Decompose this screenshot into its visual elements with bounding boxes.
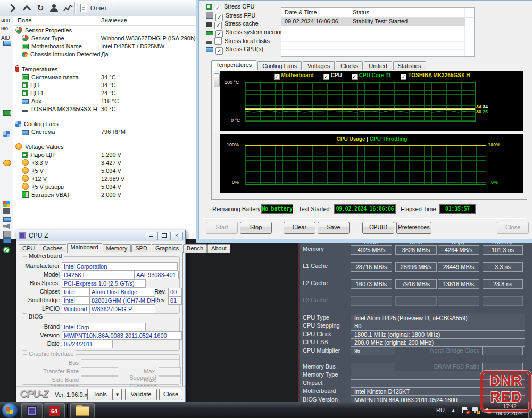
stress-option[interactable]: Stress local disks [206, 37, 270, 45]
start-button[interactable] [2, 403, 18, 418]
taskbar-cpuz-button[interactable] [21, 403, 43, 418]
sensor-row[interactable]: ЦП 124 °C [13, 89, 196, 97]
sensor-row[interactable]: Aux116 °C [13, 97, 196, 105]
stop-button[interactable]: Stop [240, 222, 272, 234]
network-icon[interactable]: ! [472, 407, 479, 414]
sensor-row[interactable]: TOSHIBA MK3265GSX H30 °C [13, 105, 196, 113]
action-center-icon[interactable]: × [462, 407, 469, 414]
cpuz-field: MWPNT10N.86A.0083.2011.0524.1600 [62, 331, 182, 340]
display-icon[interactable] [3, 41, 11, 46]
device-icon[interactable] [3, 208, 10, 214]
minimize-button[interactable] [145, 232, 157, 240]
scrollbar-thumb[interactable] [214, 73, 220, 87]
sensor-row[interactable]: Chassis Intrusion DetectedДа [13, 51, 196, 58]
tools-dropdown-button[interactable]: ▾ [113, 389, 122, 400]
throttling-line [245, 184, 486, 185]
bench-info-label: CPU Stepping [303, 322, 340, 329]
checkbox-checked[interactable]: ✓ [274, 74, 280, 80]
checkbox-checked[interactable]: ✓ [215, 47, 223, 55]
fan-icon[interactable] [3, 131, 10, 137]
tab-temperatures[interactable]: Temperatures [211, 60, 256, 71]
temp-axis-bottom: 0 °C [231, 118, 240, 123]
checkbox-checked[interactable]: ✓ [214, 22, 222, 29]
pc-icon[interactable] [3, 231, 11, 238]
speaker-icon[interactable] [3, 223, 10, 229]
preferences-button[interactable]: Preferences [396, 222, 431, 234]
clear-button[interactable]: Clear [284, 222, 315, 234]
stress-option[interactable]: ✓Stress GPU(s) [206, 46, 263, 53]
validate-button[interactable]: Validate [125, 389, 157, 400]
taskbar-explorer-button[interactable] [70, 403, 95, 418]
log-datetime: 09.02.2024 16:06:06 [285, 18, 338, 26]
sensor-row[interactable]: Система796 RPM [13, 128, 196, 136]
sensor-row[interactable]: Motherboard NameIntel D425KT / D525MW [13, 43, 196, 51]
sensor-row[interactable]: Ядро ЦП1.200 V [13, 151, 196, 159]
checkbox-checked[interactable]: ✓ [401, 74, 406, 80]
tools-button[interactable]: Tools [87, 389, 113, 400]
forward-button[interactable] [5, 2, 18, 14]
stress-option[interactable]: ✓Stress cache [206, 20, 259, 28]
column-value[interactable]: Значение [101, 17, 127, 23]
section-gap [13, 113, 196, 120]
sensor-row[interactable]: +5 V5.094 V [13, 167, 196, 175]
motherboard-icon[interactable] [3, 110, 11, 116]
graph-button[interactable] [62, 2, 74, 14]
stress-option[interactable]: ✓Stress system memory [206, 29, 285, 36]
nav-tree-item[interactable]: ню [1, 26, 13, 31]
log-status: Stability Test: Started [353, 18, 408, 26]
sensor-row[interactable]: Батарея VBAT2.000 V [13, 191, 196, 199]
column-field[interactable]: Поле [18, 17, 31, 23]
log-col-datetime[interactable]: Date & Time [285, 9, 317, 15]
taskbar-aida64-button[interactable]: 64 [44, 403, 65, 418]
show-hidden-icons-button[interactable]: ▲ [451, 402, 455, 418]
blocked-icon[interactable] [3, 247, 10, 253]
up-button[interactable] [20, 2, 33, 14]
cpuz-field: 01 [168, 296, 182, 305]
bench-value: 4025 MB/s [351, 245, 392, 255]
user-info-button[interactable] [48, 2, 61, 14]
cpuz-tab-bench[interactable]: Bench [183, 244, 207, 253]
sensor-row[interactable]: +5 V резерв5.094 V [13, 183, 196, 191]
close-button[interactable]: × [170, 232, 183, 240]
sensor-row[interactable]: Системная плата34 °C [13, 73, 196, 81]
display-icon[interactable] [3, 217, 11, 222]
stress-option[interactable]: ✓Stress FPU [206, 12, 255, 19]
cpuz-tab-about[interactable]: About [207, 244, 230, 253]
language-indicator[interactable]: RU [436, 402, 445, 418]
maximize-button[interactable] [157, 232, 170, 240]
checkbox-checked[interactable]: ✓ [352, 74, 358, 80]
sensor-row[interactable]: +3.3 V3.427 V [13, 159, 196, 167]
cpuz-taskbar-icon [27, 406, 37, 416]
net-icon[interactable] [3, 238, 11, 243]
sensor-row[interactable]: +12 V12.989 V [13, 175, 196, 183]
log-col-status[interactable]: Status [353, 9, 369, 15]
cpuz-title-bar[interactable]: CPU-Z × [16, 230, 185, 241]
sensor-field-value: 12.989 V [101, 175, 124, 183]
cpuid-button[interactable]: CPUID [362, 222, 394, 234]
checkbox-unchecked[interactable] [214, 37, 222, 45]
nav-tree-item[interactable]: анн [1, 17, 13, 23]
checkbox-checked[interactable]: ✓ [214, 5, 221, 12]
win-icon[interactable] [3, 201, 10, 207]
cpuz-tab-mainboard[interactable]: Mainboard [67, 243, 102, 253]
log-row [281, 34, 466, 42]
report-button[interactable]: Отчёт [78, 2, 111, 14]
save-button[interactable]: Save [318, 222, 350, 234]
voltage-icon[interactable] [3, 160, 11, 166]
nav-tree-item[interactable]: AID [1, 35, 13, 41]
stress-option-label: Stress CPU [224, 3, 254, 10]
temp-current-value: 25 [483, 109, 488, 114]
checkbox-checked[interactable]: ✓ [215, 30, 223, 38]
refresh-button[interactable]: ↻ [34, 2, 47, 14]
sensor-row[interactable]: Sensor TypeWinbond W83627DHG-P (ISA 290h… [13, 35, 196, 43]
minimize-icon [149, 236, 153, 237]
watermark-line1: DNR [483, 373, 529, 389]
graph-scrollbar[interactable] [213, 72, 221, 131]
stress-option[interactable]: ✓Stress CPU [206, 3, 254, 11]
legend-label: CPU [331, 72, 342, 78]
cpuz-close-button[interactable]: Close [159, 389, 182, 400]
test-log-table: Date & Time Status 09.02.2024 16:06:06St… [281, 7, 475, 57]
checkbox-checked[interactable]: ✓ [323, 74, 329, 80]
sensor-row[interactable]: ЦП34 °C [13, 81, 196, 89]
log-row[interactable]: 09.02.2024 16:06:06Stability Test: Start… [281, 18, 466, 26]
